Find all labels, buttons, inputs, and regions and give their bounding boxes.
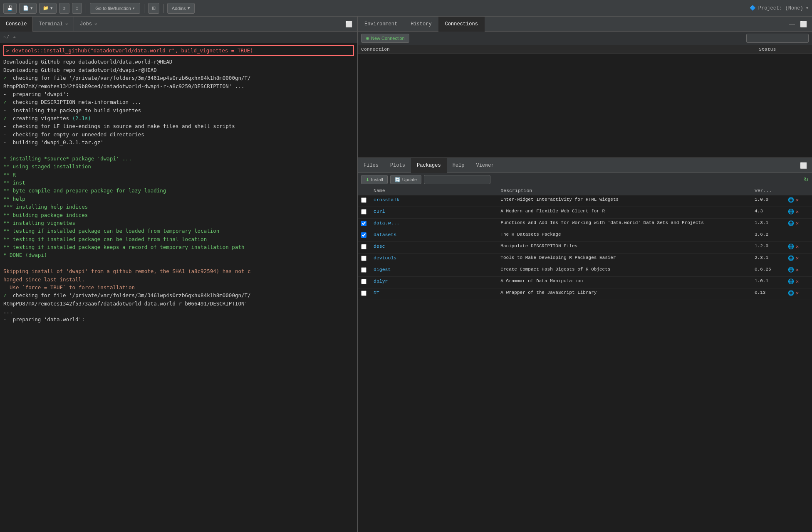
web-link-icon[interactable]: 🌐: [788, 278, 794, 285]
save-button[interactable]: 💾: [3, 3, 17, 14]
package-name[interactable]: digest: [374, 266, 500, 272]
tab-viewer[interactable]: Viewer: [470, 158, 500, 173]
package-name[interactable]: devtools: [374, 255, 500, 261]
package-name[interactable]: data.w...: [374, 220, 500, 226]
new-file-button[interactable]: 📄▾: [19, 3, 37, 14]
package-name[interactable]: dplyr: [374, 278, 500, 284]
output-cyan: (2.1s): [72, 115, 91, 121]
tab-environment-label: Environment: [364, 21, 397, 27]
output-line: Downloading GitHub repo datadotworld/dat…: [3, 59, 172, 73]
remove-package-icon[interactable]: ✕: [796, 267, 799, 273]
web-link-icon[interactable]: 🌐: [788, 209, 794, 215]
remove-package-icon[interactable]: ✕: [796, 197, 799, 203]
layout-grid-button[interactable]: ⊞: [59, 3, 69, 14]
package-checkbox[interactable]: [361, 232, 366, 238]
remove-package-icon[interactable]: ✕: [796, 244, 799, 250]
console-forward-icon[interactable]: ➜: [12, 34, 15, 41]
update-packages-button[interactable]: 🔄 Update: [390, 175, 421, 184]
remove-package-icon[interactable]: ✕: [796, 278, 799, 285]
output-dash: - preparing 'dwapi':: [3, 91, 69, 97]
packages-search-input[interactable]: [424, 175, 490, 184]
package-checkbox[interactable]: [361, 279, 366, 284]
web-link-icon[interactable]: 🌐: [788, 197, 794, 203]
package-version: 2.3.1: [755, 255, 788, 260]
package-checkbox[interactable]: [361, 221, 366, 226]
connections-search-input[interactable]: [746, 34, 809, 43]
package-name[interactable]: desc: [374, 243, 500, 249]
pkg-tab-bar: Files Plots Packages Help Viewer — ⬜: [358, 158, 812, 173]
maximize-env-button[interactable]: ⬜: [798, 20, 809, 28]
grid-view-button[interactable]: ⊞: [148, 3, 159, 14]
tab-console[interactable]: Console: [0, 17, 33, 32]
open-file-button[interactable]: 📁▾: [39, 3, 57, 14]
package-name[interactable]: crosstalk: [374, 197, 500, 202]
addins-button[interactable]: Addins ▾: [167, 3, 195, 14]
maximize-console-button[interactable]: ⬜: [344, 20, 354, 28]
go-to-file-button[interactable]: Go to file/function ▾: [90, 3, 140, 14]
package-name[interactable]: DT: [374, 290, 500, 296]
update-icon: 🔄: [395, 177, 401, 182]
web-link-icon[interactable]: 🌐: [788, 267, 794, 273]
close-terminal-icon[interactable]: ✕: [65, 22, 68, 27]
tab-plots[interactable]: Plots: [384, 158, 411, 173]
tab-history[interactable]: History: [404, 17, 438, 32]
web-link-icon[interactable]: 🌐: [788, 290, 794, 296]
package-links: 🌐✕: [788, 255, 809, 261]
remove-package-icon[interactable]: ✕: [796, 255, 799, 261]
package-description: The R Datasets Package: [500, 232, 755, 238]
tab-environment[interactable]: Environment: [358, 17, 404, 32]
package-description: Manipulate DESCRIPTION Files: [500, 243, 755, 249]
web-link-icon[interactable]: 🌐: [788, 255, 794, 261]
grid-view-icon: ⊞: [152, 5, 156, 11]
pkg-tab-actions: — ⬜: [787, 161, 812, 170]
table-row: crosstalkInter-Widget Interactivity for …: [358, 195, 812, 207]
table-row: DTA Wrapper of the JavaScript Library0.1…: [358, 288, 812, 300]
console-toolbar: ~/ ➜: [0, 32, 357, 43]
minimize-pkg-button[interactable]: —: [787, 161, 797, 170]
install-packages-button[interactable]: ⬇ Install: [361, 175, 388, 184]
remove-package-icon[interactable]: ✕: [796, 220, 799, 227]
tab-files[interactable]: Files: [358, 158, 384, 173]
console-output[interactable]: > devtools::install_github("datadotworld…: [0, 43, 357, 532]
refresh-packages-button[interactable]: ↻: [804, 176, 809, 183]
plus-icon: ⊕: [366, 36, 369, 41]
package-checkbox[interactable]: [361, 244, 366, 249]
close-jobs-icon[interactable]: ✕: [94, 22, 97, 27]
packages-toolbar: ⬇ Install 🔄 Update ↻: [358, 173, 812, 186]
addins-label: Addins: [172, 6, 186, 11]
remove-package-icon[interactable]: ✕: [796, 290, 799, 296]
tab-terminal-label: Terminal: [39, 21, 63, 27]
web-link-icon[interactable]: 🌐: [788, 220, 794, 227]
new-connection-button[interactable]: ⊕ New Connection: [361, 34, 409, 43]
tab-help[interactable]: Help: [447, 158, 470, 173]
tab-packages[interactable]: Packages: [411, 158, 447, 173]
connections-toolbar: ⊕ New Connection: [358, 32, 812, 45]
layout-cols-button[interactable]: ⊟: [72, 3, 82, 14]
toolbar-separator: [86, 4, 86, 13]
table-row: datasetsThe R Datasets Package3.6.2: [358, 230, 812, 242]
package-checkbox[interactable]: [361, 267, 366, 273]
package-checkbox[interactable]: [361, 291, 366, 296]
web-link-icon[interactable]: 🌐: [788, 244, 794, 250]
tab-connections[interactable]: Connections: [438, 17, 485, 32]
package-name[interactable]: curl: [374, 208, 500, 214]
header-name: Name: [374, 188, 500, 193]
console-path: ~/: [3, 34, 9, 40]
package-checkbox[interactable]: [361, 197, 366, 203]
package-name[interactable]: datasets: [374, 232, 500, 237]
package-checkbox[interactable]: [361, 209, 366, 214]
package-version: 0.13: [755, 290, 788, 295]
project-selector[interactable]: 🔷 Project: (None) ▾: [750, 5, 809, 11]
tab-jobs[interactable]: Jobs ✕: [74, 17, 103, 32]
tab-terminal[interactable]: Terminal ✕: [33, 17, 74, 32]
remove-package-icon[interactable]: ✕: [796, 209, 799, 215]
minimize-env-button[interactable]: —: [787, 20, 797, 28]
project-label: Project: (None): [758, 5, 803, 11]
package-links: 🌐✕: [788, 243, 809, 250]
console-tab-bar: Console Terminal ✕ Jobs ✕ ⬜: [0, 17, 357, 32]
package-checkbox[interactable]: [361, 256, 366, 261]
save-icon: 💾: [7, 5, 13, 11]
maximize-pkg-button[interactable]: ⬜: [798, 161, 809, 170]
project-arrow-icon: ▾: [806, 5, 809, 11]
refresh-icon: ↻: [804, 176, 809, 183]
